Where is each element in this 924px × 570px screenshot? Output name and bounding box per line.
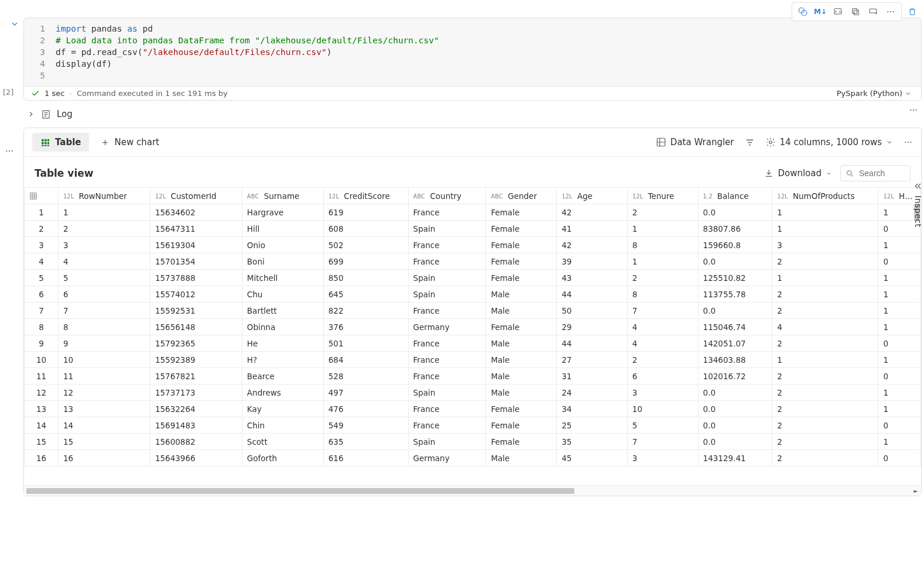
cell[interactable]: 1 (58, 204, 150, 221)
tab-new-chart[interactable]: New chart (93, 133, 167, 152)
search-box[interactable] (840, 165, 911, 181)
cell[interactable]: 0.0 (698, 417, 772, 434)
cell[interactable]: Spain (408, 384, 486, 401)
cell[interactable]: 5 (627, 417, 698, 434)
cell[interactable]: 15656148 (150, 319, 242, 335)
cell[interactable]: 2 (772, 253, 878, 270)
scroll-right-arrow[interactable]: ► (911, 486, 921, 496)
cell[interactable]: Female (486, 270, 557, 286)
cell[interactable]: 6 (627, 368, 698, 384)
cell[interactable]: 2 (627, 270, 698, 286)
cell[interactable]: 27 (557, 352, 628, 368)
cell[interactable]: Female (486, 319, 557, 335)
table-row[interactable]: 7715592531Bartlett822FranceMale5070.021 (25, 303, 921, 319)
cell[interactable]: France (408, 253, 486, 270)
table-row[interactable]: 6615574012Chu645SpainMale448113755.7821 (25, 286, 921, 303)
table-row[interactable]: 151515600882Scott635SpainFemale3570.021 (25, 434, 921, 450)
cell[interactable]: Male (486, 303, 557, 319)
cell[interactable]: 1 (772, 204, 878, 221)
tab-table[interactable]: Table (32, 133, 89, 152)
cell[interactable]: 15592389 (150, 352, 242, 368)
cell[interactable]: 15737888 (150, 270, 242, 286)
cell[interactable]: 12 (58, 384, 150, 401)
cell[interactable]: France (408, 368, 486, 384)
cell[interactable]: 645 (323, 286, 408, 303)
column-header[interactable]: 12L Age (557, 188, 628, 204)
cell[interactable]: 699 (323, 253, 408, 270)
table-row[interactable]: 1115634602Hargrave619FranceFemale4220.01… (25, 204, 921, 221)
cell[interactable]: 25 (557, 417, 628, 434)
cell[interactable]: France (408, 401, 486, 417)
cell[interactable]: 15701354 (150, 253, 242, 270)
output-more-icon[interactable] (904, 138, 913, 147)
cell[interactable]: 2 (627, 352, 698, 368)
cell[interactable]: Male (486, 352, 557, 368)
cell[interactable]: 4 (627, 335, 698, 352)
cell[interactable]: 15574012 (150, 286, 242, 303)
cell[interactable]: 15737173 (150, 384, 242, 401)
cell[interactable]: 42 (557, 204, 628, 221)
convert-code-icon[interactable] (830, 4, 846, 19)
cell[interactable]: 15 (58, 434, 150, 450)
cell[interactable]: 635 (323, 434, 408, 450)
cell[interactable]: 134603.88 (698, 352, 772, 368)
cell[interactable]: Bartlett (242, 303, 323, 319)
cell[interactable]: 102016.72 (698, 368, 772, 384)
code-cell[interactable]: 12345 import pandas as pd# Load data int… (23, 18, 922, 101)
cell[interactable]: Andrews (242, 384, 323, 401)
cell[interactable]: Female (486, 253, 557, 270)
cell[interactable]: 142051.07 (698, 335, 772, 352)
cell[interactable]: Spain (408, 286, 486, 303)
cell[interactable]: Chin (242, 417, 323, 434)
table-row[interactable]: 5515737888Mitchell850SpainFemale43212551… (25, 270, 921, 286)
table-row[interactable]: 8815656148Obinna376GermanyFemale29411504… (25, 319, 921, 335)
cell[interactable]: 619 (323, 204, 408, 221)
cell[interactable]: 125510.82 (698, 270, 772, 286)
cell[interactable]: 14 (58, 417, 150, 434)
cell[interactable]: 15592531 (150, 303, 242, 319)
cell[interactable]: 83807.86 (698, 221, 772, 237)
inspect-tab[interactable]: Inspect (913, 181, 923, 227)
cell[interactable]: 35 (557, 434, 628, 450)
cell[interactable]: 24 (557, 384, 628, 401)
log-section[interactable]: Log (23, 109, 924, 119)
data-wrangler-button[interactable]: Data Wrangler (656, 137, 734, 147)
cell[interactable]: Spain (408, 434, 486, 450)
cell[interactable]: 7 (58, 303, 150, 319)
search-input[interactable] (858, 168, 899, 178)
cell[interactable]: 11 (58, 368, 150, 384)
cell[interactable]: 2 (772, 368, 878, 384)
cell[interactable]: 15619304 (150, 237, 242, 253)
cell[interactable]: 34 (557, 401, 628, 417)
cell[interactable]: Hill (242, 221, 323, 237)
cell[interactable]: 42 (557, 237, 628, 253)
cell[interactable]: 850 (323, 270, 408, 286)
cell[interactable]: He (242, 335, 323, 352)
cell[interactable]: 15643966 (150, 450, 242, 466)
table-row[interactable]: 161615643966Goforth616GermanyMale4531431… (25, 450, 921, 466)
cell[interactable]: H? (242, 352, 323, 368)
cell[interactable]: 5 (58, 270, 150, 286)
cell[interactable]: 15600882 (150, 434, 242, 450)
cell[interactable]: Germany (408, 319, 486, 335)
column-header[interactable]: 12L CustomerId (150, 188, 242, 204)
cell[interactable]: 0.0 (698, 303, 772, 319)
table-row[interactable]: 4415701354Boni699FranceFemale3910.020 (25, 253, 921, 270)
cell[interactable]: 10 (58, 352, 150, 368)
column-header[interactable]: ABC Surname (242, 188, 323, 204)
cell[interactable]: 1 (772, 221, 878, 237)
cell[interactable]: Male (486, 450, 557, 466)
cell[interactable]: 15792365 (150, 335, 242, 352)
cell[interactable]: 8 (58, 319, 150, 335)
cell[interactable]: 2 (772, 286, 878, 303)
cell[interactable]: Obinna (242, 319, 323, 335)
cell[interactable]: 0.0 (698, 434, 772, 450)
cell[interactable]: 376 (323, 319, 408, 335)
language-selector[interactable]: PySpark (Python) (837, 89, 912, 98)
run-by-icon[interactable] (795, 4, 811, 19)
cell[interactable]: 2 (772, 401, 878, 417)
cell[interactable]: 16 (58, 450, 150, 466)
cell[interactable]: 2 (772, 335, 878, 352)
cell[interactable]: Chu (242, 286, 323, 303)
cell[interactable]: 39 (557, 253, 628, 270)
